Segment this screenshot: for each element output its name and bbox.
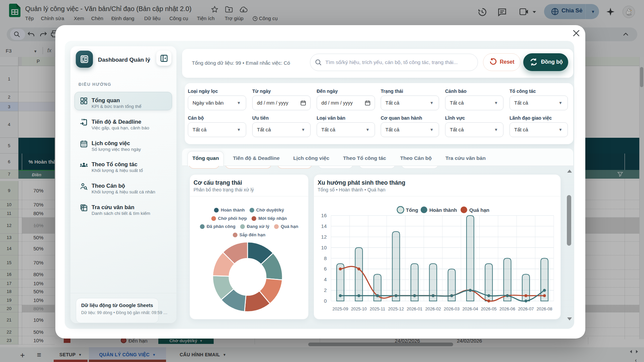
- svg-text:Quá hạn: Quá hạn: [469, 207, 489, 213]
- svg-text:2026-01: 2026-01: [407, 306, 422, 311]
- svg-text:10: 10: [321, 245, 327, 250]
- svg-text:2026-07: 2026-07: [518, 306, 534, 311]
- svg-text:2026-05: 2026-05: [481, 306, 497, 311]
- svg-text:14: 14: [321, 223, 327, 229]
- svg-text:16: 16: [321, 213, 327, 218]
- svg-text:2025-09: 2025-09: [332, 306, 348, 311]
- svg-text:2026-08: 2026-08: [537, 306, 552, 311]
- svg-text:4: 4: [324, 277, 327, 282]
- svg-text:Tổng: Tổng: [406, 207, 418, 213]
- svg-text:0: 0: [324, 298, 327, 304]
- svg-text:2026-03: 2026-03: [444, 306, 460, 311]
- svg-text:2026-04: 2026-04: [462, 306, 478, 311]
- svg-text:12: 12: [321, 234, 327, 240]
- svg-text:2025-10: 2025-10: [351, 306, 367, 311]
- svg-text:2025-11: 2025-11: [370, 306, 385, 311]
- svg-text:Hoàn thành: Hoàn thành: [429, 207, 457, 213]
- svg-text:2026-06: 2026-06: [499, 306, 515, 311]
- svg-text:8: 8: [324, 255, 327, 261]
- svg-text:2026-02: 2026-02: [425, 306, 441, 311]
- svg-text:6: 6: [324, 266, 327, 272]
- svg-text:2: 2: [324, 287, 327, 293]
- svg-text:2025-12: 2025-12: [388, 306, 404, 311]
